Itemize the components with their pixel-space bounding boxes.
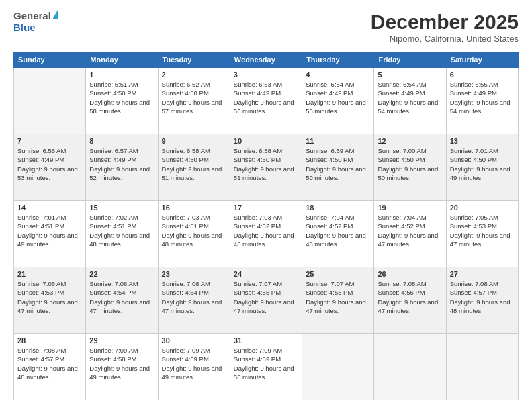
- calendar-cell: 23 Sunrise: 7:06 AM Sunset: 4:54 PM Dayl…: [158, 267, 230, 334]
- sunrise-label: Sunrise: 7:00 AM: [378, 147, 426, 154]
- sunrise-label: Sunrise: 7:08 AM: [17, 347, 66, 354]
- daylight-label: Daylight: 9 hours and 57 minutes.: [162, 99, 222, 115]
- day-number: 9: [162, 137, 226, 145]
- calendar-cell: 13 Sunrise: 7:01 AM Sunset: 4:50 PM Dayl…: [446, 134, 518, 201]
- day-info: Sunrise: 7:03 AM Sunset: 4:52 PM Dayligh…: [234, 213, 298, 248]
- sunset-label: Sunset: 4:52 PM: [234, 222, 281, 230]
- sunset-label: Sunset: 4:55 PM: [234, 289, 281, 296]
- col-wednesday: Wednesday: [230, 52, 302, 68]
- daylight-label: Daylight: 9 hours and 48 minutes.: [162, 232, 222, 248]
- daylight-label: Daylight: 9 hours and 47 minutes.: [17, 298, 78, 314]
- day-number: 19: [378, 203, 442, 212]
- sunset-label: Sunset: 4:55 PM: [306, 289, 353, 296]
- col-friday: Friday: [374, 52, 446, 68]
- day-number: 23: [162, 270, 226, 278]
- calendar-cell: 17 Sunrise: 7:03 AM Sunset: 4:52 PM Dayl…: [230, 201, 302, 267]
- day-number: 4: [306, 71, 370, 79]
- sunrise-label: Sunrise: 6:53 AM: [234, 81, 282, 88]
- sunset-label: Sunset: 4:57 PM: [17, 355, 64, 363]
- sunset-label: Sunset: 4:59 PM: [162, 355, 209, 363]
- day-number: 21: [17, 270, 82, 278]
- day-info: Sunrise: 6:58 AM Sunset: 4:50 PM Dayligh…: [234, 146, 298, 182]
- day-info: Sunrise: 6:52 AM Sunset: 4:50 PM Dayligh…: [162, 80, 226, 116]
- day-number: 27: [450, 270, 515, 278]
- calendar-cell: 8 Sunrise: 6:57 AM Sunset: 4:49 PM Dayli…: [86, 134, 158, 201]
- calendar-cell: 16 Sunrise: 7:03 AM Sunset: 4:51 PM Dayl…: [158, 201, 230, 267]
- sunrise-label: Sunrise: 7:08 AM: [378, 280, 426, 287]
- calendar-cell: 19 Sunrise: 7:04 AM Sunset: 4:52 PM Dayl…: [374, 201, 446, 267]
- sunrise-label: Sunrise: 7:01 AM: [17, 214, 66, 221]
- calendar-cell: 18 Sunrise: 7:04 AM Sunset: 4:52 PM Dayl…: [302, 201, 374, 267]
- daylight-label: Daylight: 9 hours and 47 minutes.: [89, 298, 150, 314]
- daylight-label: Daylight: 9 hours and 50 minutes.: [378, 165, 438, 181]
- calendar-cell: 28 Sunrise: 7:08 AM Sunset: 4:57 PM Dayl…: [14, 334, 86, 400]
- sunset-label: Sunset: 4:54 PM: [89, 289, 136, 296]
- col-monday: Monday: [86, 52, 158, 68]
- day-info: Sunrise: 7:07 AM Sunset: 4:55 PM Dayligh…: [306, 279, 370, 315]
- subtitle: Nipomo, California, United States: [371, 34, 519, 44]
- day-number: 22: [89, 270, 154, 278]
- day-number: 17: [234, 203, 298, 212]
- sunset-label: Sunset: 4:50 PM: [162, 89, 209, 97]
- calendar-cell: [14, 68, 86, 134]
- daylight-label: Daylight: 9 hours and 50 minutes.: [234, 365, 294, 381]
- day-number: 18: [306, 203, 370, 212]
- calendar-header-row: Sunday Monday Tuesday Wednesday Thursday…: [14, 52, 519, 68]
- daylight-label: Daylight: 9 hours and 50 minutes.: [306, 165, 366, 181]
- sunset-label: Sunset: 4:51 PM: [17, 222, 64, 230]
- day-info: Sunrise: 7:08 AM Sunset: 4:56 PM Dayligh…: [378, 279, 442, 315]
- sunset-label: Sunset: 4:49 PM: [378, 89, 425, 97]
- sunset-label: Sunset: 4:50 PM: [378, 156, 425, 163]
- daylight-label: Daylight: 9 hours and 53 minutes.: [17, 165, 78, 181]
- calendar-week-row: 1 Sunrise: 6:51 AM Sunset: 4:50 PM Dayli…: [14, 68, 519, 134]
- calendar-week-row: 14 Sunrise: 7:01 AM Sunset: 4:51 PM Dayl…: [14, 201, 519, 267]
- day-number: 2: [162, 71, 226, 79]
- calendar-cell: 26 Sunrise: 7:08 AM Sunset: 4:56 PM Dayl…: [374, 267, 446, 334]
- calendar-cell: 7 Sunrise: 6:56 AM Sunset: 4:49 PM Dayli…: [14, 134, 86, 201]
- calendar-cell: 1 Sunrise: 6:51 AM Sunset: 4:50 PM Dayli…: [86, 68, 158, 134]
- logo-general: General: [13, 11, 51, 22]
- day-number: 1: [89, 71, 154, 79]
- day-info: Sunrise: 7:02 AM Sunset: 4:51 PM Dayligh…: [89, 213, 154, 248]
- sunrise-label: Sunrise: 6:51 AM: [89, 81, 138, 88]
- sunset-label: Sunset: 4:49 PM: [306, 89, 353, 97]
- day-info: Sunrise: 6:59 AM Sunset: 4:50 PM Dayligh…: [306, 146, 370, 182]
- sunrise-label: Sunrise: 7:04 AM: [306, 214, 354, 221]
- day-number: 20: [450, 203, 515, 212]
- day-info: Sunrise: 7:05 AM Sunset: 4:53 PM Dayligh…: [450, 213, 515, 248]
- title-block: December 2025 Nipomo, California, United…: [371, 11, 519, 44]
- sunset-label: Sunset: 4:57 PM: [450, 289, 497, 296]
- col-thursday: Thursday: [302, 52, 374, 68]
- day-number: 25: [306, 270, 370, 278]
- sunset-label: Sunset: 4:59 PM: [234, 355, 281, 363]
- sunrise-label: Sunrise: 6:57 AM: [89, 147, 138, 154]
- sunrise-label: Sunrise: 6:58 AM: [234, 147, 282, 154]
- sunset-label: Sunset: 4:58 PM: [89, 355, 136, 363]
- calendar-cell: [302, 334, 374, 400]
- logo: General Blue: [13, 11, 58, 33]
- calendar-week-row: 21 Sunrise: 7:06 AM Sunset: 4:53 PM Dayl…: [14, 267, 519, 334]
- day-number: 29: [89, 336, 154, 345]
- day-number: 7: [17, 137, 82, 145]
- day-number: 13: [450, 137, 515, 145]
- day-number: 11: [306, 137, 370, 145]
- sunset-label: Sunset: 4:49 PM: [17, 156, 64, 163]
- daylight-label: Daylight: 9 hours and 48 minutes.: [306, 232, 366, 248]
- sunset-label: Sunset: 4:53 PM: [450, 222, 497, 230]
- day-info: Sunrise: 6:54 AM Sunset: 4:49 PM Dayligh…: [378, 80, 442, 116]
- day-number: 31: [234, 336, 298, 345]
- calendar-cell: 5 Sunrise: 6:54 AM Sunset: 4:49 PM Dayli…: [374, 68, 446, 134]
- sunrise-label: Sunrise: 7:07 AM: [306, 280, 354, 287]
- day-info: Sunrise: 7:03 AM Sunset: 4:51 PM Dayligh…: [162, 213, 226, 248]
- calendar-cell: 20 Sunrise: 7:05 AM Sunset: 4:53 PM Dayl…: [446, 201, 518, 267]
- day-number: 12: [378, 137, 442, 145]
- logo-icon: [52, 10, 58, 19]
- calendar-cell: 21 Sunrise: 7:06 AM Sunset: 4:53 PM Dayl…: [14, 267, 86, 334]
- col-saturday: Saturday: [446, 52, 518, 68]
- day-info: Sunrise: 7:09 AM Sunset: 4:59 PM Dayligh…: [234, 346, 298, 381]
- calendar-cell: 9 Sunrise: 6:58 AM Sunset: 4:50 PM Dayli…: [158, 134, 230, 201]
- sunrise-label: Sunrise: 7:09 AM: [234, 347, 282, 354]
- daylight-label: Daylight: 9 hours and 49 minutes.: [162, 365, 222, 381]
- sunrise-label: Sunrise: 6:58 AM: [162, 147, 210, 154]
- sunrise-label: Sunrise: 7:03 AM: [162, 214, 210, 221]
